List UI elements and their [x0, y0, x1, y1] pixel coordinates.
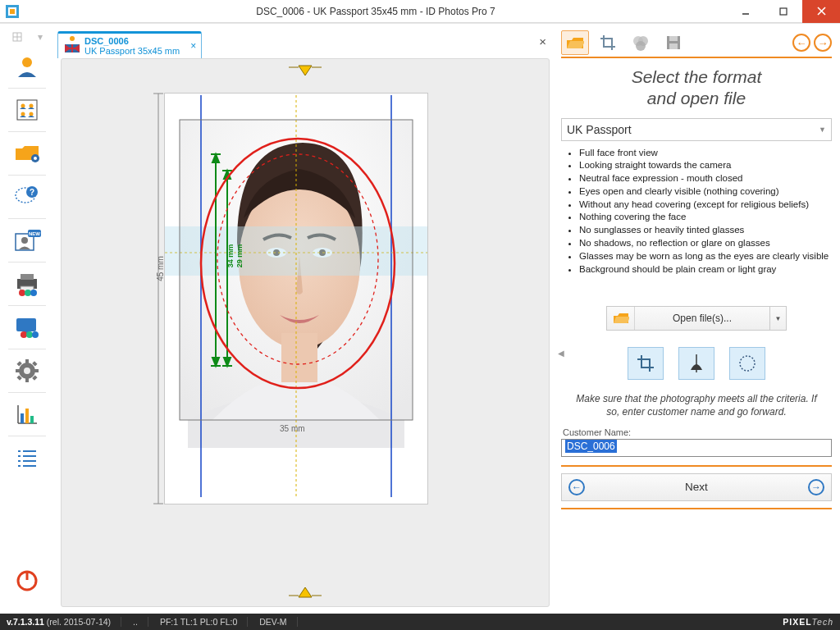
- settings-gear-icon[interactable]: [7, 353, 47, 389]
- step-save-icon[interactable]: [660, 30, 687, 55]
- tool-align-button[interactable]: [678, 347, 714, 380]
- requirement-item: Background should be plain cream or ligh…: [579, 264, 832, 276]
- width-dimension-label: 35 mm: [280, 424, 305, 433]
- step-open-icon[interactable]: [561, 30, 589, 55]
- svg-point-102: [636, 41, 646, 51]
- height-dimension-label: 45 mm: [156, 256, 165, 281]
- tabstrip-close-icon[interactable]: ×: [539, 34, 546, 48]
- svg-point-13: [30, 104, 34, 108]
- next-button[interactable]: ← Next →: [561, 473, 832, 501]
- document-tab[interactable]: DSC_0006 UK Passport 35x45 mm ×: [57, 31, 202, 58]
- svg-point-14: [21, 112, 25, 116]
- svg-rect-39: [25, 359, 29, 363]
- app-icon: [0, 0, 25, 23]
- display-icon[interactable]: [7, 309, 47, 345]
- svg-rect-51: [30, 416, 34, 423]
- open-file-dropdown-caret[interactable]: ▼: [769, 307, 786, 330]
- svg-point-38: [24, 368, 30, 374]
- folder-open-icon: [607, 307, 635, 330]
- tool-oval-button[interactable]: [729, 347, 765, 380]
- power-icon[interactable]: [7, 563, 47, 599]
- requirement-item: Without any head covering (except for re…: [579, 199, 832, 211]
- tab-subtitle: UK Passport 35x45 mm: [84, 46, 180, 56]
- folder-view-icon[interactable]: [7, 135, 47, 171]
- status-dots: ..: [133, 617, 148, 627]
- panel-toggle-icons[interactable]: ▾: [4, 27, 50, 47]
- flag-mini-icon: [65, 44, 80, 52]
- window-minimize-button[interactable]: [727, 0, 765, 23]
- format-selected-value: UK Passport: [567, 123, 632, 136]
- divider: [561, 465, 832, 467]
- svg-rect-41: [16, 369, 20, 372]
- svg-rect-40: [25, 378, 29, 382]
- left-toolbar: ▾ ? NEW: [0, 24, 54, 614]
- nav-next-icon[interactable]: →: [814, 34, 832, 52]
- group-photo-icon[interactable]: [7, 92, 47, 128]
- svg-rect-50: [25, 409, 29, 423]
- svg-point-28: [19, 290, 25, 296]
- status-flags: PF:1 TL:1 PL:0 FL:0: [160, 617, 248, 627]
- requirements-list: Full face front view Looking straight to…: [579, 148, 832, 277]
- svg-rect-105: [669, 43, 678, 49]
- new-customer-icon[interactable]: NEW: [7, 222, 47, 258]
- tab-bar: DSC_0006 UK Passport 35x45 mm × ×: [54, 24, 556, 58]
- dropdown-caret-icon: ▼: [819, 126, 826, 134]
- svg-point-29: [25, 290, 31, 296]
- svg-text:NEW: NEW: [29, 231, 40, 236]
- tab-close-icon[interactable]: ×: [190, 40, 196, 52]
- svg-point-62: [70, 36, 75, 41]
- collapse-chevron-icon[interactable]: ◀: [558, 349, 564, 358]
- divider: [561, 508, 832, 509]
- svg-rect-26: [21, 274, 34, 280]
- instruction-note: Make sure that the photography meets all…: [573, 393, 820, 418]
- requirement-item: No shadows, no reflection or glare on gl…: [579, 238, 832, 249]
- svg-point-22: [21, 237, 28, 244]
- svg-point-34: [21, 331, 27, 338]
- window-maximize-button[interactable]: [765, 0, 802, 23]
- status-version: v.7.1.3.11: [7, 617, 44, 627]
- svg-rect-31: [16, 318, 36, 331]
- status-bar: v.7.1.3.11 (rel. 2015-07-14) .. PF:1 TL:…: [0, 614, 840, 630]
- window-titlebar: DSC_0006 - UK Passport 35x45 mm - ID Pho…: [0, 0, 840, 23]
- svg-rect-2: [10, 9, 15, 14]
- svg-point-12: [21, 104, 25, 108]
- brand-logo: PIXELTech: [783, 617, 833, 627]
- svg-point-36: [32, 331, 39, 338]
- tool-crop-button[interactable]: [628, 347, 664, 380]
- photo-canvas: 45 mm 35 mm 34 mm 29 mm: [61, 58, 550, 607]
- requirement-item: Neutral face expression - mouth closed: [579, 173, 832, 185]
- customer-name-input[interactable]: DSC_0006: [561, 439, 832, 457]
- step-adjust-icon[interactable]: [627, 30, 655, 55]
- svg-point-15: [30, 112, 34, 116]
- format-select[interactable]: UK Passport ▼: [561, 118, 832, 141]
- print-icon[interactable]: [7, 266, 47, 302]
- svg-text:?: ?: [30, 188, 34, 197]
- svg-point-107: [740, 356, 755, 371]
- nav-prev-icon[interactable]: ←: [792, 34, 810, 52]
- open-file-button[interactable]: Open file(s)... ▼: [606, 306, 787, 331]
- next-back-icon: ←: [568, 479, 585, 495]
- status-mode: DEV-M: [259, 617, 297, 627]
- svg-point-30: [30, 290, 37, 296]
- requirement-item: Full face front view: [579, 148, 832, 159]
- svg-point-10: [22, 57, 32, 67]
- stats-icon[interactable]: [7, 396, 47, 432]
- requirement-item: Nothing covering the face: [579, 212, 832, 223]
- svg-rect-11: [17, 100, 37, 120]
- person-icon[interactable]: [7, 48, 47, 84]
- help-chat-icon[interactable]: ?: [7, 179, 47, 215]
- svg-point-35: [26, 331, 33, 338]
- requirement-item: Glasses may be worn as long as the eyes …: [579, 251, 832, 262]
- open-file-label: Open file(s)...: [635, 313, 769, 324]
- customer-name-label: Customer Name:: [563, 427, 832, 437]
- step-crop-icon[interactable]: [594, 30, 622, 55]
- window-close-button[interactable]: [802, 0, 840, 23]
- svg-rect-42: [34, 369, 39, 372]
- list-icon[interactable]: [7, 440, 47, 476]
- svg-rect-104: [669, 36, 678, 41]
- svg-rect-74: [281, 333, 317, 382]
- face-height-label-b: 29 mm: [235, 244, 244, 268]
- panel-heading: Select the formatand open file: [561, 66, 832, 110]
- face-height-label-a: 34 mm: [226, 244, 235, 268]
- requirement-item: No sunglasses or heavily tinted glasses: [579, 225, 832, 236]
